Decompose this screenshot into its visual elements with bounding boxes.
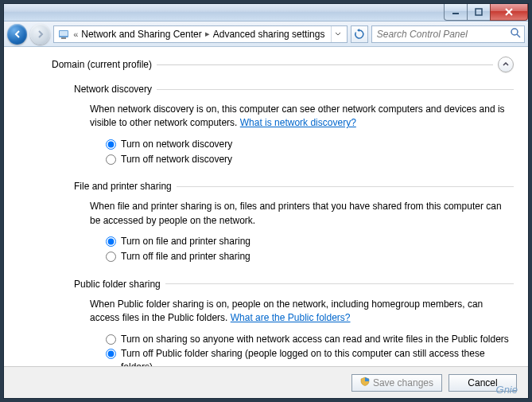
radio-pf-on[interactable]: Turn on sharing so anyone with network a… [106,332,514,347]
search-box[interactable] [371,25,525,43]
section-title: Network discovery [74,84,152,95]
section-title: File and printer sharing [74,181,172,192]
section-title: Public folder sharing [74,279,161,290]
signature-watermark: Gnie [496,384,518,396]
divider [165,283,514,284]
svg-rect-3 [60,31,68,36]
help-link-public-folders[interactable]: What are the Public folders? [231,312,351,323]
close-button[interactable] [490,4,528,21]
svg-line-6 [517,34,520,37]
radio-fp-on[interactable]: Turn on file and printer sharing [106,234,514,249]
forward-button[interactable] [30,24,50,45]
profile-label: Domain (current profile) [52,59,152,70]
shield-icon [360,377,370,388]
help-link-network-discovery[interactable]: What is network discovery? [240,117,356,128]
section-description: When Public folder sharing is on, people… [74,295,514,332]
divider [177,186,514,187]
section-public-folder: Public folder sharing When Public folder… [52,274,514,366]
radio-nd-on[interactable]: Turn on network discovery [106,137,514,152]
navbar: « Network and Sharing Center ▸ Advanced … [4,21,528,47]
svg-rect-1 [476,9,482,15]
svg-point-5 [511,29,518,35]
svg-rect-0 [452,13,459,14]
section-description: When file and printer sharing is on, fil… [74,197,514,234]
breadcrumb-sep-icon[interactable]: ▸ [205,29,210,39]
radio-pf-off[interactable]: Turn off Public folder sharing (people l… [106,346,514,366]
breadcrumb-up-chevron[interactable]: « [73,29,78,39]
collapse-button[interactable] [498,57,514,72]
address-dropdown-icon[interactable] [331,26,344,42]
refresh-button[interactable] [351,25,367,43]
search-input[interactable] [375,28,510,41]
section-description: When network discovery is on, this compu… [74,100,514,137]
divider [157,64,493,65]
maximize-button[interactable] [467,4,491,21]
svg-rect-4 [61,37,66,39]
save-changes-button[interactable]: Save changes [351,374,442,392]
radio-nd-off[interactable]: Turn off network discovery [106,152,514,167]
content-scroll-area[interactable]: Domain (current profile) Network discove… [4,47,528,366]
back-button[interactable] [7,24,27,45]
minimize-button[interactable] [444,4,468,21]
search-icon[interactable] [510,27,521,41]
section-network-discovery: Network discovery When network discovery… [52,79,514,176]
control-panel-icon [57,28,70,41]
breadcrumb-current[interactable]: Advanced sharing settings [213,29,325,40]
divider [157,89,514,90]
profile-header: Domain (current profile) [52,55,514,79]
titlebar [4,4,528,21]
breadcrumb-parent[interactable]: Network and Sharing Center [81,29,201,40]
radio-fp-off[interactable]: Turn off file and printer sharing [106,249,514,264]
footer: Save changes Cancel [4,366,528,398]
address-bar[interactable]: « Network and Sharing Center ▸ Advanced … [53,25,348,43]
section-file-printer: File and printer sharing When file and p… [52,176,514,273]
